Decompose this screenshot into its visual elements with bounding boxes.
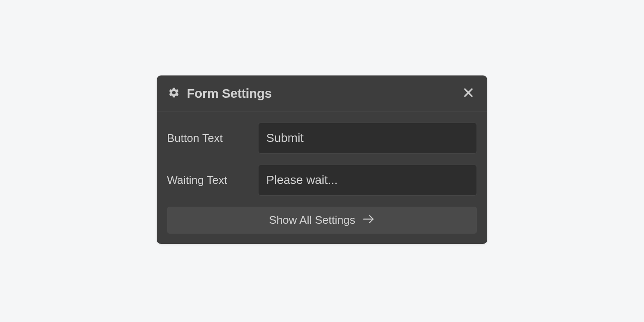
button-text-row: Button Text bbox=[167, 123, 477, 153]
close-icon bbox=[462, 87, 474, 100]
panel-header: Form Settings bbox=[157, 75, 487, 111]
close-button[interactable] bbox=[461, 85, 476, 102]
button-text-input[interactable] bbox=[258, 123, 477, 153]
waiting-text-label: Waiting Text bbox=[167, 174, 249, 187]
show-all-settings-button[interactable]: Show All Settings bbox=[167, 207, 477, 234]
panel-body: Button Text Waiting Text Show All Settin… bbox=[157, 111, 487, 244]
form-settings-panel: Form Settings Button Text Waiting Text S… bbox=[157, 75, 487, 244]
waiting-text-row: Waiting Text bbox=[167, 165, 477, 196]
panel-title-wrap: Form Settings bbox=[168, 86, 272, 101]
waiting-text-input[interactable] bbox=[258, 165, 477, 196]
gear-icon bbox=[168, 87, 180, 100]
show-all-settings-label: Show All Settings bbox=[269, 214, 355, 227]
button-text-label: Button Text bbox=[167, 132, 249, 145]
panel-title: Form Settings bbox=[187, 86, 272, 101]
arrow-right-icon bbox=[363, 214, 375, 227]
